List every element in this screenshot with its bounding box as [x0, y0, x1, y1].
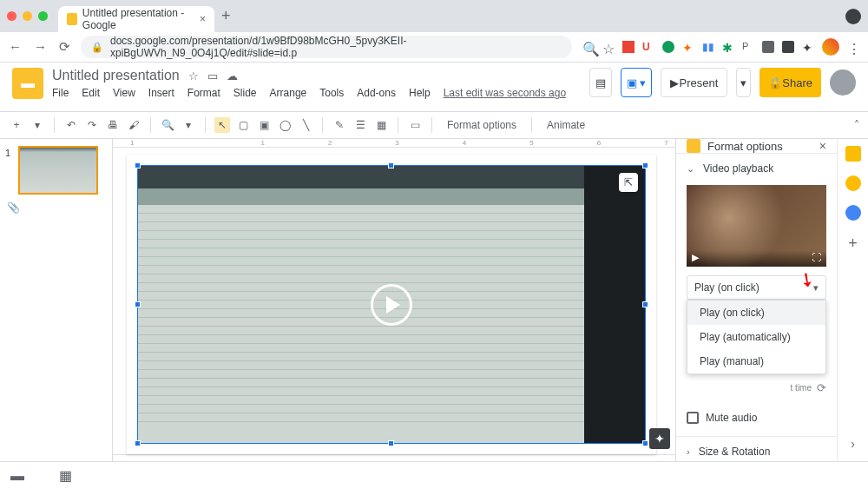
resize-handle[interactable] [388, 440, 394, 446]
menu-help[interactable]: Help [409, 87, 431, 99]
refresh-icon[interactable]: ⟳ [817, 381, 826, 394]
back-button[interactable]: ← [9, 39, 22, 55]
mask-tool[interactable]: ☰ [352, 117, 368, 133]
filmstrip-view-icon[interactable]: ▬ [10, 468, 24, 484]
search-icon[interactable]: 🔍 [582, 41, 595, 53]
extension-icon[interactable] [782, 41, 794, 53]
dropdown-option[interactable]: Play (on click) [687, 301, 825, 325]
menu-addons[interactable]: Add-ons [357, 87, 396, 99]
play-icon[interactable]: ▶ [692, 252, 699, 263]
redo-button[interactable]: ↷ [84, 117, 100, 133]
slide-canvas[interactable]: ⇱ ✦ [113, 148, 675, 454]
play-button[interactable] [371, 284, 412, 326]
url-input[interactable]: 🔒 docs.google.com/presentation/d/1w9BfD9… [81, 36, 572, 58]
new-slide-dropdown[interactable]: ▾ [30, 117, 45, 133]
tasks-icon[interactable] [845, 205, 861, 221]
crop-tool[interactable]: ✎ [332, 117, 347, 133]
browser-tab[interactable]: Untitled presentation - Google × [58, 6, 214, 32]
window-controls[interactable] [7, 11, 48, 21]
replace-image-button[interactable]: ▭ [407, 117, 423, 133]
profile-indicator-icon[interactable] [845, 9, 861, 24]
star-icon[interactable]: ☆ [602, 41, 615, 53]
resize-handle[interactable] [135, 301, 141, 307]
menu-view[interactable]: View [113, 87, 135, 99]
close-tab-icon[interactable]: × [200, 13, 206, 25]
print-button[interactable]: 🖶 [105, 117, 121, 133]
resize-handle[interactable] [135, 162, 141, 169]
extension-icon[interactable]: ✦ [682, 41, 694, 53]
zoom-dropdown[interactable]: ▾ [181, 117, 196, 133]
slide[interactable]: ⇱ [127, 155, 656, 454]
reload-button[interactable]: ⟳ [59, 39, 70, 55]
minimize-window-icon[interactable] [23, 11, 32, 21]
cloud-icon[interactable]: ☁ [227, 69, 238, 83]
close-window-icon[interactable] [7, 11, 16, 21]
meet-button[interactable]: ▣ ▾ [621, 68, 653, 97]
forward-button[interactable]: → [34, 39, 47, 55]
collapse-toolbar-icon[interactable]: ˄ [854, 119, 859, 131]
resize-handle[interactable] [642, 440, 648, 446]
menu-insert[interactable]: Insert [148, 87, 174, 99]
menu-tools[interactable]: Tools [319, 87, 344, 99]
extension-icon[interactable]: ✱ [722, 41, 734, 53]
image-tool[interactable]: ▣ [256, 117, 272, 133]
menu-file[interactable]: File [52, 87, 69, 99]
video-preview[interactable]: ▶ ⛶ [687, 185, 826, 267]
dropdown-option[interactable]: Play (manual) [687, 349, 825, 373]
textbox-tool[interactable]: ▢ [235, 117, 251, 133]
account-avatar[interactable] [830, 69, 856, 96]
resize-handle[interactable] [388, 162, 394, 169]
chrome-menu-icon[interactable]: ⋮ [847, 41, 859, 53]
hide-rail-icon[interactable]: › [845, 437, 861, 453]
document-title[interactable]: Untitled presentation [52, 68, 180, 83]
shape-tool[interactable]: ◯ [277, 117, 293, 133]
video-selection[interactable]: ⇱ [137, 165, 646, 444]
maximize-window-icon[interactable] [38, 11, 48, 21]
add-addon-icon[interactable]: + [845, 235, 861, 250]
present-dropdown[interactable]: ▾ [736, 68, 751, 97]
line-tool[interactable]: ╲ [298, 117, 313, 133]
menu-edit[interactable]: Edit [82, 87, 100, 99]
comments-button[interactable]: ▤ [589, 68, 612, 97]
profile-avatar-icon[interactable] [822, 38, 839, 56]
section-video-playback[interactable]: ⌄ Video playback [676, 154, 837, 183]
popout-icon[interactable]: ⇱ [619, 173, 638, 192]
last-edit-link[interactable]: Last edit was seconds ago [444, 87, 566, 99]
section-size-rotation[interactable]: › Size & Rotation [676, 437, 837, 461]
mute-checkbox[interactable] [687, 412, 699, 424]
animate-button[interactable]: Animate [541, 116, 591, 135]
move-icon[interactable]: ▭ [207, 69, 218, 83]
keep-icon[interactable] [845, 175, 861, 191]
video-element[interactable]: ⇱ [138, 166, 645, 443]
select-tool[interactable]: ↖ [214, 117, 230, 133]
resize-handle[interactable] [642, 301, 648, 307]
grid-view-icon[interactable]: ▦ [59, 467, 72, 484]
extension-icon[interactable] [662, 41, 674, 53]
format-options-button[interactable]: Format options [441, 116, 523, 135]
keep-icon[interactable] [845, 146, 861, 162]
extension-icon[interactable]: U [642, 41, 654, 53]
present-button[interactable]: ▶ Present [661, 68, 727, 97]
paint-format-button[interactable]: 🖌 [126, 117, 141, 133]
fullscreen-icon[interactable]: ⛶ [812, 252, 821, 263]
close-panel-icon[interactable]: × [819, 139, 826, 153]
new-tab-button[interactable]: + [221, 7, 231, 25]
share-button[interactable]: 🔒 Share [760, 68, 821, 97]
mute-audio-row[interactable]: Mute audio [676, 400, 837, 436]
extension-icon[interactable]: ▮▮ [702, 41, 714, 53]
undo-button[interactable]: ↶ [63, 117, 79, 133]
new-slide-button[interactable]: + [9, 117, 24, 133]
slide-thumbnail[interactable] [18, 146, 98, 195]
extension-icon[interactable] [622, 41, 635, 53]
slides-logo-icon[interactable]: ▬ [12, 68, 43, 99]
extension-icon[interactable]: P [742, 41, 754, 53]
reset-tool[interactable]: ▦ [373, 117, 389, 133]
star-icon[interactable]: ☆ [188, 69, 199, 83]
dropdown-option[interactable]: Play (automatically) [687, 325, 825, 349]
menu-slide[interactable]: Slide [233, 87, 257, 99]
zoom-button[interactable]: 🔍 [160, 117, 175, 133]
extensions-menu-icon[interactable]: ✦ [802, 41, 814, 53]
resize-handle[interactable] [642, 162, 648, 169]
speaker-notes[interactable]: Click to add speaker notes [113, 454, 675, 461]
extension-icon[interactable] [762, 41, 774, 53]
